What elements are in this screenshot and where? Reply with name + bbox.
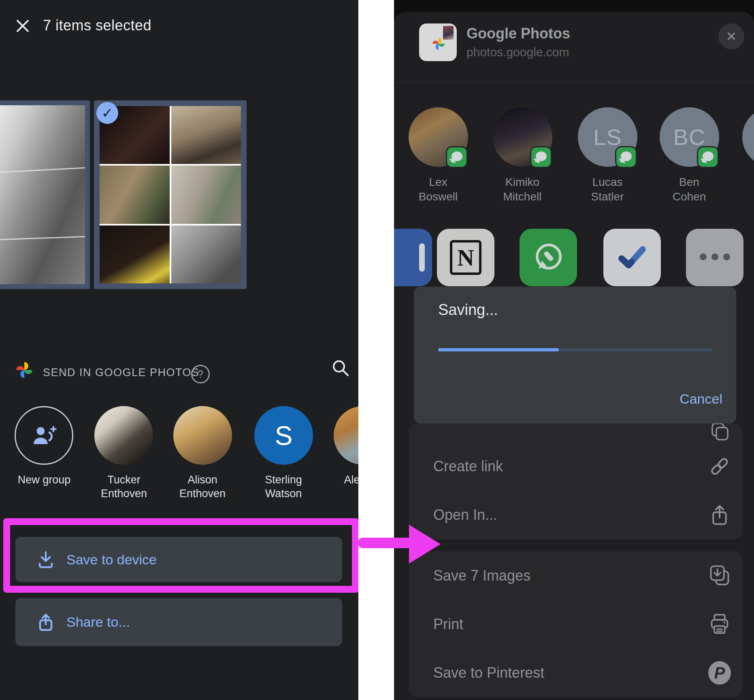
- contact-name: Cohen: [645, 189, 734, 204]
- share-menu-group-1: Create link Open In...: [409, 423, 742, 539]
- menu-label: Save to Pinterest: [433, 664, 544, 681]
- pinterest-icon: P: [708, 661, 731, 685]
- contact-name: New group: [18, 474, 71, 486]
- imessage-badge-icon: [530, 146, 552, 168]
- share-sheet-subtitle: photos.google.com: [466, 45, 569, 59]
- share-icon: [36, 613, 55, 632]
- help-icon[interactable]: ?: [191, 365, 210, 383]
- avatar[interactable]: [94, 406, 153, 465]
- contact-name: Kimiko: [478, 175, 567, 189]
- menu-item-print[interactable]: Print: [409, 600, 742, 649]
- share-icon: [709, 504, 730, 526]
- close-icon: ✕: [726, 29, 737, 44]
- google-photos-logo-icon: [15, 361, 33, 379]
- contact-name: Tucker: [79, 473, 168, 487]
- app-icon-notion[interactable]: N: [437, 229, 494, 286]
- notion-icon: N: [450, 240, 481, 275]
- share-source-thumbnail: [419, 23, 457, 61]
- photo-grayscale-portrait: [0, 105, 85, 284]
- menu-label: Print: [433, 616, 463, 633]
- panel-divider-gutter: [358, 0, 394, 700]
- saving-progress-dialog: Saving... Cancel: [414, 287, 736, 423]
- selected-check-icon[interactable]: ✓: [96, 102, 118, 124]
- menu-item-save-to-pinterest[interactable]: Save to Pinterest P: [409, 649, 742, 697]
- menu-label: Save 7 Images: [433, 567, 530, 584]
- contact-name: Watson: [239, 487, 328, 500]
- contact-name: Ben: [645, 175, 734, 189]
- highlight-annotation-rectangle: [3, 518, 358, 593]
- app-icon-whatsapp[interactable]: [520, 229, 577, 286]
- contact-name: Alexa B: [344, 474, 358, 486]
- annotation-arrow-icon: [409, 525, 441, 564]
- search-icon[interactable]: [331, 359, 351, 378]
- contact-name: Sterling: [239, 473, 328, 487]
- close-selection-icon[interactable]: [15, 19, 30, 33]
- menu-item-create-link[interactable]: Create link: [409, 442, 742, 491]
- avatar[interactable]: [742, 107, 754, 167]
- menu-item-open-in[interactable]: Open In...: [409, 491, 742, 539]
- header-divider: [394, 82, 754, 83]
- menu-label: Open In...: [433, 506, 497, 523]
- cancel-button[interactable]: Cancel: [679, 391, 722, 407]
- more-ellipsis-icon: [697, 253, 733, 262]
- contact-name: Lex: [394, 175, 483, 189]
- app-icon-more[interactable]: [686, 229, 743, 286]
- contact-name: Mitchell: [478, 189, 567, 204]
- menu-label: Create link: [433, 458, 503, 475]
- photo-collage: [100, 106, 241, 283]
- whatsapp-icon: [531, 240, 565, 274]
- selection-count-title: 7 items selected: [43, 17, 151, 34]
- avatar[interactable]: [334, 406, 358, 465]
- selected-photo-card[interactable]: [0, 100, 90, 289]
- share-to-button[interactable]: Share to...: [15, 598, 342, 646]
- selected-collage-card[interactable]: [94, 100, 247, 289]
- copy-icon: [710, 422, 730, 441]
- printer-icon: [708, 613, 731, 636]
- annotation-arrow-tail: [358, 538, 415, 548]
- contact-name: Alison: [158, 473, 247, 487]
- app-icon-partial[interactable]: [394, 229, 432, 286]
- new-group-avatar[interactable]: [15, 406, 73, 465]
- contact-name: Enthoven: [79, 487, 168, 500]
- send-section-label: SEND IN GOOGLE PHOTOS: [43, 366, 200, 379]
- share-sheet-title: Google Photos: [466, 25, 570, 42]
- menu-item-save-7-images[interactable]: Save 7 Images: [409, 551, 742, 600]
- todo-check-icon: [617, 242, 648, 273]
- google-photos-selection-panel: 7 items selected ✓ SEND IN GOOGLE PHOTOS…: [0, 0, 358, 700]
- avatar[interactable]: [173, 406, 232, 465]
- progress-bar-track: [438, 348, 713, 351]
- share-to-label: Share to...: [66, 614, 130, 630]
- link-icon: [709, 455, 731, 477]
- imessage-badge-icon: [446, 146, 468, 168]
- contact-name: Enthoven: [158, 487, 247, 500]
- save-images-icon: [708, 564, 731, 587]
- contact-name: Lucas: [563, 175, 652, 189]
- progress-bar-fill: [438, 348, 559, 351]
- imessage-badge-icon: [615, 146, 637, 168]
- contact-name: E: [727, 175, 754, 189]
- app-icon-microsoft-todo[interactable]: [603, 229, 661, 286]
- person-add-icon: [31, 425, 57, 446]
- avatar-initial[interactable]: S: [254, 406, 313, 465]
- close-share-sheet-button[interactable]: ✕: [718, 23, 744, 49]
- contact-name: Boswell: [394, 189, 483, 204]
- imessage-badge-icon: [697, 146, 719, 168]
- contact-name: Statler: [563, 189, 652, 204]
- saving-dialog-title: Saving...: [438, 301, 498, 319]
- ios-share-sheet: Google Photos photos.google.com ✕ Lex Bo…: [394, 12, 754, 700]
- share-menu-group-2: Save 7 Images Print: [409, 551, 742, 697]
- screenshot-root: 7 items selected ✓ SEND IN GOOGLE PHOTOS…: [0, 0, 754, 700]
